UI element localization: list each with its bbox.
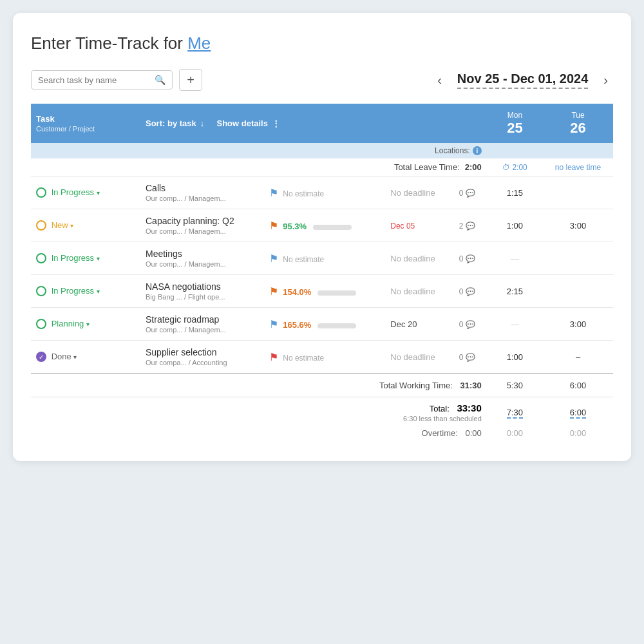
- mon-time-cell[interactable]: 1:00: [487, 209, 543, 242]
- flag-icon: [269, 318, 278, 326]
- task-info-cell: NASA negotiations Big Bang ... / Flight …: [140, 275, 264, 308]
- task-flag-estimate-cell: No estimate: [264, 176, 386, 209]
- task-customer-project: Our comp... / Managem...: [146, 326, 226, 334]
- total-leave-mon[interactable]: ⏱ 2:00: [487, 158, 543, 176]
- tue-time-cell[interactable]: [543, 176, 613, 209]
- total-leave-row: Total Leave Time: 2:00 ⏱ 2:00 no leave t…: [31, 158, 613, 176]
- task-flag-estimate-cell: 95.3%: [264, 209, 386, 242]
- comment-count[interactable]: 0 💬: [459, 353, 475, 362]
- status-dropdown-icon[interactable]: ▾: [73, 354, 77, 361]
- task-deadline-cell: Dec 05: [385, 209, 453, 242]
- mon-time-cell[interactable]: 2:15: [487, 275, 543, 308]
- status-cell[interactable]: ✓ Done ▾: [31, 341, 140, 374]
- locations-row: Locations: i: [31, 143, 613, 158]
- page-title: Enter Time-Track for Me: [31, 33, 613, 53]
- tue-time-cell[interactable]: [543, 242, 613, 275]
- status-label: In Progress: [52, 253, 94, 263]
- progress-bar: [313, 225, 352, 230]
- overtime-label: Overtime:: [422, 428, 458, 438]
- task-name: Calls: [146, 183, 226, 193]
- deadline: No deadline: [390, 188, 435, 198]
- total-working-label: Total Working Time:: [379, 381, 453, 390]
- overtime-val: 0:00: [465, 428, 481, 438]
- tue-time-cell[interactable]: [543, 275, 613, 308]
- task-info-cell: Calls Our comp... / Managem...: [140, 176, 264, 209]
- locations-label: Locations:: [435, 146, 470, 155]
- sort-label[interactable]: Sort: by task: [146, 118, 196, 128]
- mon-time[interactable]: 2:15: [507, 287, 523, 296]
- progress-pct: 95.3%: [283, 222, 307, 231]
- prev-date-button[interactable]: ‹: [432, 70, 447, 90]
- overtime-mon: 0:00: [487, 426, 543, 443]
- no-estimate: No estimate: [283, 255, 324, 264]
- task-row: Planning ▾ Strategic roadmap Our comp...…: [31, 308, 613, 341]
- total-working-row: Total Working Time: 31:30 5:30 6:00: [31, 374, 613, 397]
- mon-time-cell[interactable]: 1:00: [487, 341, 543, 374]
- flag-icon: [269, 351, 278, 359]
- mon-time[interactable]: 1:00: [507, 352, 523, 362]
- status-dropdown-icon[interactable]: ▾: [97, 255, 100, 262]
- total-leave-label: Total Leave Time:: [394, 162, 460, 172]
- task-name: Capacity planning: Q2: [146, 216, 234, 226]
- comment-count[interactable]: 0 💬: [459, 189, 475, 198]
- tue-time-cell[interactable]: 3:00: [543, 209, 613, 242]
- time-table: Task Customer / Project Sort: by task ↓ …: [31, 104, 613, 443]
- tue-time-cell[interactable]: 3:00: [543, 308, 613, 341]
- status-dropdown-icon[interactable]: ▾: [70, 222, 73, 229]
- status-label: In Progress: [52, 187, 94, 197]
- tue-time[interactable]: 3:00: [570, 319, 586, 329]
- no-estimate: No estimate: [283, 189, 324, 198]
- task-info-cell: Supplier selection Our compa... / Accoun…: [140, 341, 264, 374]
- mon-time-cell[interactable]: —: [487, 308, 543, 341]
- status-cell[interactable]: In Progress ▾: [31, 275, 140, 308]
- search-box[interactable]: 🔍: [31, 70, 173, 90]
- more-options-icon[interactable]: ⋮: [272, 118, 280, 128]
- add-button[interactable]: +: [179, 69, 202, 91]
- task-name: Meetings: [146, 249, 226, 259]
- task-customer-project: Our compa... / Accounting: [146, 359, 227, 366]
- tue-time[interactable]: –: [576, 352, 580, 362]
- show-details-label[interactable]: Show details: [216, 118, 267, 128]
- task-deadline-cell: Dec 20: [385, 308, 453, 341]
- task-info-cell: Strategic roadmap Our comp... / Managem.…: [140, 308, 264, 341]
- search-input[interactable]: [38, 75, 151, 85]
- status-dropdown-icon[interactable]: ▾: [86, 321, 90, 328]
- total-val: 33:30: [457, 402, 481, 413]
- total-leave-tue[interactable]: no leave time: [543, 158, 613, 176]
- status-dropdown-icon[interactable]: ▾: [97, 288, 100, 295]
- task-row: In Progress ▾ NASA negotiations Big Bang…: [31, 275, 613, 308]
- mon-time[interactable]: 1:00: [507, 221, 523, 231]
- task-customer-project: Our comp... / Managem...: [146, 227, 234, 235]
- me-link[interactable]: Me: [187, 33, 211, 53]
- tue-time-cell[interactable]: –: [543, 341, 613, 374]
- mon-time-cell[interactable]: 1:15: [487, 176, 543, 209]
- locations-info-icon[interactable]: i: [473, 146, 482, 155]
- comment-count[interactable]: 0 💬: [459, 287, 475, 296]
- tue-time[interactable]: 3:00: [570, 221, 586, 231]
- comment-count[interactable]: 0 💬: [459, 320, 475, 329]
- main-card: Enter Time-Track for Me 🔍 + ‹ Nov 25 - D…: [13, 13, 631, 461]
- status-dropdown-icon[interactable]: ▾: [97, 189, 100, 196]
- status-cell[interactable]: Planning ▾: [31, 308, 140, 341]
- status-cell[interactable]: In Progress ▾: [31, 176, 140, 209]
- task-comments-cell: 0 💬: [454, 176, 487, 209]
- status-cell[interactable]: In Progress ▾: [31, 242, 140, 275]
- mon-time-cell[interactable]: —: [487, 242, 543, 275]
- comment-count[interactable]: 2 💬: [459, 222, 475, 231]
- sort-arrow-icon: ↓: [200, 118, 205, 128]
- task-deadline-cell: No deadline: [385, 275, 453, 308]
- comment-count[interactable]: 0 💬: [459, 254, 475, 263]
- task-row: In Progress ▾ Meetings Our comp... / Man…: [31, 242, 613, 275]
- flag-icon: [269, 252, 278, 260]
- th-task: Task Customer / Project: [31, 104, 140, 143]
- search-icon: 🔍: [155, 75, 166, 85]
- task-deadline-cell: No deadline: [385, 341, 453, 374]
- flag-icon: [269, 220, 278, 227]
- total-working-val: 31:30: [460, 381, 482, 390]
- no-estimate: No estimate: [283, 354, 324, 363]
- next-date-button[interactable]: ›: [598, 70, 613, 90]
- task-flag-estimate-cell: 154.0%: [264, 275, 386, 308]
- task-comments-cell: 0 💬: [454, 341, 487, 374]
- mon-time[interactable]: 1:15: [507, 188, 523, 198]
- status-cell[interactable]: New ▾: [31, 209, 140, 242]
